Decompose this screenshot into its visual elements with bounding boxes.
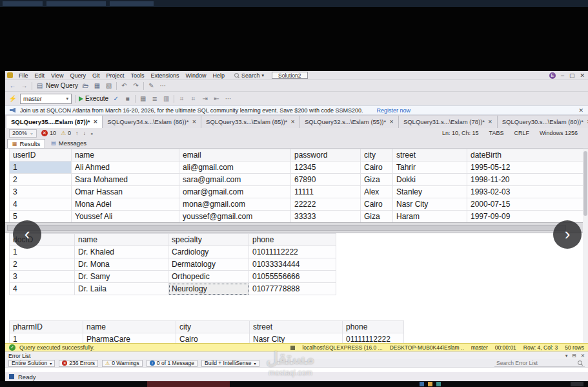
register-now-link[interactable]: Register now [376,107,411,114]
open-file-icon[interactable]: 🗁 [81,82,90,89]
document-tab[interactable]: SQLQuery35....Eslam (87))*✕ [6,116,103,128]
menu-item-git[interactable]: Git [89,72,103,79]
save-icon[interactable]: ▦ [93,82,101,89]
grid-cell[interactable]: Cairo [361,198,393,211]
menu-item-project[interactable]: Project [103,72,127,79]
vertical-scrollbar-thumb[interactable] [583,151,587,216]
taskbar-window-button[interactable] [147,381,230,387]
taskbar-tray-icon[interactable] [420,382,424,386]
grid-cell[interactable]: Omar Hassan [72,186,179,198]
undo-icon[interactable]: ↶ [120,82,128,89]
minimize-button[interactable]: – [561,72,564,79]
grid-cell[interactable]: 01055556666 [249,271,336,283]
tab-close-icon[interactable]: ✕ [389,119,394,125]
errors-filter-button[interactable]: ✕ 236 Errors [59,360,98,367]
grid-cell[interactable]: 1 [10,333,83,344]
grid-column-header[interactable]: name [72,149,179,162]
scroll-down-icon[interactable]: ↓ [83,130,86,136]
grid-cell[interactable]: 3 [10,271,75,283]
messages-filter-button[interactable]: i 0 of 1 Message [147,360,198,367]
navigate-forward-icon[interactable]: → [20,82,28,89]
previous-image-button[interactable]: ‹ [13,220,41,249]
grid-cell[interactable]: youssef@gmail.com [179,211,291,223]
grid-cell[interactable]: 01033334444 [249,258,336,271]
tab-close-icon[interactable]: ✕ [488,119,492,125]
grid-cell[interactable]: 4 [10,283,75,295]
grid-column-header[interactable]: name [83,321,176,333]
grid-cell[interactable]: Youssef Ali [72,211,179,223]
grid-cell[interactable]: Ali Ahmed [72,162,179,174]
horizontal-scrollbar-thumb[interactable] [7,225,566,231]
grid-cell[interactable]: 01111112222 [343,333,404,344]
menu-item-query[interactable]: Query [66,72,89,79]
maximize-button[interactable]: ▢ [569,72,575,79]
grid-column-header[interactable]: userID [10,149,72,162]
warning-count-badge[interactable]: ⚠ 0 [61,130,71,136]
error-list-search-input[interactable]: Search Error List [494,360,585,367]
grid-cell[interactable]: 2 [10,174,72,186]
grid-cell[interactable]: 01011112222 [249,246,336,258]
results-grid-icon[interactable]: ▦ [139,95,147,102]
menu-item-edit[interactable]: Edit [32,72,48,79]
grid-column-header[interactable]: street [250,321,343,333]
warnings-filter-button[interactable]: ⚠ 0 Warnings [102,360,143,367]
tab-close-icon[interactable]: ✕ [94,119,98,125]
document-tab[interactable]: SQLQuery33.s...\Eslam (85))*✕ [201,116,300,128]
search-box[interactable]: Search ▾ [234,72,264,79]
grid-cell[interactable]: Cairo [176,333,250,344]
document-tab[interactable]: SQLQuery30.s...\Eslam (80))*✕ [498,116,588,128]
close-button[interactable]: ✕ [580,72,585,79]
grid-cell[interactable]: Neurology [168,283,249,295]
menu-item-file[interactable]: File [15,72,32,79]
grid-cell[interactable]: 1998-11-20 [467,174,585,186]
line-ending-indicator[interactable]: CRLF [514,130,529,136]
grid-cell[interactable]: ali@gmail.com [179,162,291,174]
grid-cell[interactable]: 5 [10,211,72,223]
grid-cell[interactable]: Dr. Mona [75,258,168,271]
notification-close-icon[interactable]: ✕ [578,107,583,114]
scroll-up-icon[interactable]: ↑ [76,130,79,136]
grid-cell[interactable]: Nasr City [250,333,343,344]
grid-cell[interactable]: 11111 [291,186,361,198]
grid-cell[interactable]: 67890 [291,174,361,186]
account-avatar[interactable]: E [549,72,556,79]
tab-messages[interactable]: ▤ Messages [46,139,91,148]
connect-icon[interactable]: ⚡ [8,95,17,102]
grid-cell[interactable]: Cairo [361,162,393,174]
grid-cell[interactable]: Orthopedic [168,271,249,283]
results-file-icon[interactable]: ▥ [162,95,170,102]
grid-cell[interactable]: Cardiology [168,246,249,258]
grid-cell[interactable]: 4 [10,198,72,211]
solution-selector[interactable]: Solution2 [272,72,307,79]
menu-item-view[interactable]: View [48,72,66,79]
grid-cell[interactable]: Nasr City [393,198,467,211]
redo-icon[interactable]: ↷ [132,82,140,89]
grid-cell[interactable]: Giza [361,174,393,186]
grid-cell[interactable]: 2 [10,258,75,271]
outdent-icon[interactable]: ⇤ [212,95,221,102]
cancel-query-icon[interactable]: ■ [123,95,132,102]
new-query-button[interactable]: ▤ New Query [35,82,78,89]
execute-button[interactable]: Execute [79,95,108,102]
grid-cell[interactable]: 1993-02-03 [467,186,585,198]
grid-cell[interactable]: PharmaCare [83,333,176,344]
navigate-back-icon[interactable]: ← [8,82,17,89]
grid-cell[interactable]: Dokki [393,174,467,186]
grid-cell[interactable]: Dr. Khaled [75,246,168,258]
taskbar-clock-area[interactable] [571,382,583,386]
taskbar-tray-icon[interactable] [428,382,432,386]
next-image-button[interactable]: › [553,220,582,249]
grid-cell[interactable]: Alex [361,186,393,198]
chevron-down-icon[interactable]: ▾ [565,353,568,359]
document-tab[interactable]: SQLQuery34.s...\Eslam (86))*✕ [103,116,201,128]
more-tools-icon[interactable]: ⋯ [159,82,167,89]
comment-icon[interactable]: ⌗ [177,95,186,103]
save-all-icon[interactable]: ▧ [105,82,113,89]
grid-column-header[interactable]: pharmID [10,321,83,333]
grid-cell[interactable]: 33333 [291,211,361,223]
grid-cell[interactable]: mona@gmail.com [179,198,291,211]
grid-column-header[interactable]: city [176,321,250,333]
database-selector[interactable]: master ▾ [20,94,72,104]
grid-cell[interactable]: Dr. Laila [75,283,168,295]
scope-selector[interactable]: Entire Solution ▾ [8,360,55,367]
